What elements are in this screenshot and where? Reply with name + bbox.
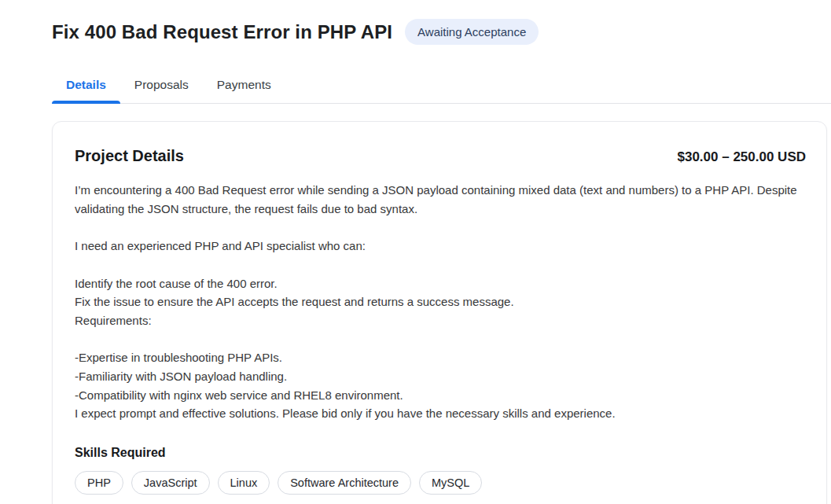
project-description: I’m encountering a 400 Bad Request error… [75, 181, 806, 423]
skill-chip[interactable]: Software Architecture [278, 471, 411, 495]
section-title: Project Details [75, 147, 184, 165]
project-details-card: Project Details $30.00 – 250.00 USD I’m … [52, 121, 827, 504]
skills-list: PHP JavaScript Linux Software Architectu… [75, 471, 806, 495]
card-header: Project Details $30.00 – 250.00 USD [75, 147, 806, 165]
skill-chip[interactable]: MySQL [419, 471, 482, 495]
skill-chip[interactable]: JavaScript [131, 471, 210, 495]
title-row: Fix 400 Bad Request Error in PHP API Awa… [52, 19, 831, 45]
tab-payments[interactable]: Payments [203, 70, 285, 103]
tab-bar: Details Proposals Payments [52, 70, 831, 104]
status-badge: Awaiting Acceptance [405, 19, 539, 45]
page-header: Fix 400 Bad Request Error in PHP API Awa… [0, 0, 831, 45]
tab-details[interactable]: Details [52, 70, 120, 103]
page-title: Fix 400 Bad Request Error in PHP API [52, 21, 392, 43]
budget-range: $30.00 – 250.00 USD [677, 149, 806, 165]
tab-proposals[interactable]: Proposals [120, 70, 203, 103]
skills-required-title: Skills Required [75, 446, 806, 460]
tabs: Details Proposals Payments [52, 70, 831, 103]
skill-chip[interactable]: PHP [75, 471, 123, 495]
skill-chip[interactable]: Linux [218, 471, 270, 495]
